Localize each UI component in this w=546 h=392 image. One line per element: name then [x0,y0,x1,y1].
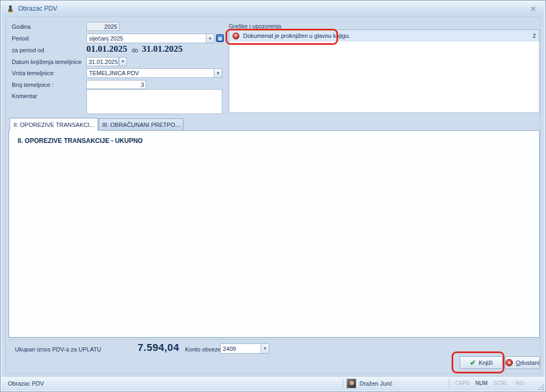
app-icon [7,5,14,13]
datum-label: Datum knjiženja temeljnice [12,59,82,65]
indicator-scrl: SCRL [491,380,510,386]
total-label: Ukupan iznos PDV-a za UPLATU [15,346,101,353]
vrsta-select[interactable]: TEMELJNICA PDV ▼ [86,68,222,78]
godina-field[interactable]: 2025 [86,22,119,31]
user-name: Dražen Jurić [359,380,392,387]
grid-panel: II. OPOREZIVE TRANSAKCIJE - UKUPNO [9,130,540,338]
error-count: 2 [533,33,536,39]
chevron-down-icon[interactable]: ▼ [206,34,214,43]
cancel-icon: ✕ [505,359,513,366]
za-period-label: za period od [12,47,44,53]
komentar-label: Komentar [12,93,37,99]
broj-field[interactable]: 3 [86,80,146,89]
komentar-field[interactable] [86,89,222,114]
title-bar[interactable]: Obrazac PDV ✕ [2,2,544,15]
indicator-ins: INS [510,380,529,386]
resize-grip[interactable] [537,383,544,390]
window-title: Obrazac PDV [18,5,57,12]
godina-label: Godina [12,23,30,30]
check-icon: ✔ [470,358,476,367]
period-picker-button[interactable]: ▦ [216,34,224,42]
obrazac-pdv-dialog: Obrazac PDV ✕ Godina 2025 Period siječan… [0,0,546,392]
error-item[interactable]: ✕Dokumenat je proknjižen u glavnu knjigu… [229,30,539,42]
broj-label: Broj temeljnice : [12,82,53,88]
status-bar: Obrazac PDV Dražen Jurić CAPSNUMSCRLINS [2,376,544,390]
period-select[interactable]: siječanj 2025 ▼ [86,34,214,43]
period-from-value: 01.01.2025 [86,44,127,54]
error-icon: ✕ [232,33,239,39]
grid-heading: II. OPOREZIVE TRANSAKCIJE - UKUPNO [18,137,143,145]
tab-obracunani-pretporez[interactable]: III. OBRAČUNANI PRETPO... [99,118,183,131]
divider [343,379,343,388]
errors-title: Greške i upozorenja [229,23,281,29]
divider [449,379,449,388]
datum-dropdown-icon[interactable]: ▼ [119,57,127,66]
konto-obveze-select[interactable]: 2409 ▼ [220,343,269,354]
error-text: Dokumenat je proknjižen u glavnu knjigu. [243,33,350,39]
knjizi-button[interactable]: ✔ Knjiži [460,356,503,369]
divider [9,339,540,340]
statusbar-text: Obrazac PDV [8,380,44,387]
indicator-caps: CAPS [453,380,472,386]
user-avatar [347,379,356,388]
vrsta-label: Vrsta temeljnice: [12,70,55,76]
chevron-down-icon[interactable]: ▼ [214,69,222,77]
close-icon[interactable]: ✕ [527,5,539,13]
keyboard-indicators: CAPSNUMSCRLINS [453,380,529,386]
indicator-num: NUM [472,380,491,386]
do-label: do [132,47,138,53]
dialog-content: Godina 2025 Period siječanj 2025 ▼ ▦ za … [5,17,541,374]
errors-list[interactable]: ✕Dokumenat je proknjižen u glavnu knjigu… [229,29,540,113]
period-to-value: 31.01.2025 [142,44,183,54]
tab-oporezive-transakcije[interactable]: II. OPOREZIVE TRANSAKCI... [10,118,98,131]
total-value: 7.594,04 [110,342,179,354]
chevron-down-icon[interactable]: ▼ [261,344,269,353]
datum-field[interactable]: 31.01.2025 [86,57,119,66]
konto-obveze-label: Konto obveze [185,346,221,353]
period-label: Period [12,35,29,42]
odustani-button[interactable]: ✕ Odustani [505,356,540,369]
